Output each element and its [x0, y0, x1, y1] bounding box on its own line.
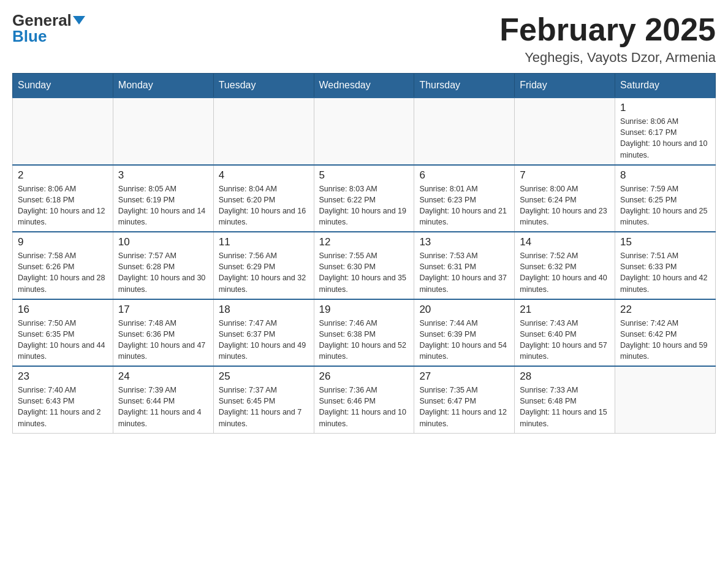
calendar-cell: 16Sunrise: 7:50 AMSunset: 6:35 PMDayligh… [13, 299, 113, 367]
calendar-cell: 13Sunrise: 7:53 AMSunset: 6:31 PMDayligh… [414, 232, 515, 299]
logo-general-text: General [12, 12, 85, 28]
calendar-cell: 3Sunrise: 8:05 AMSunset: 6:19 PMDaylight… [113, 165, 213, 232]
day-info: Sunrise: 8:00 AMSunset: 6:24 PMDaylight:… [520, 183, 610, 228]
day-number: 24 [118, 370, 208, 383]
day-number: 15 [620, 236, 710, 248]
calendar-cell: 7Sunrise: 8:00 AMSunset: 6:24 PMDaylight… [515, 165, 615, 232]
weekday-header-sunday: Sunday [13, 74, 113, 98]
weekday-header-monday: Monday [113, 74, 213, 98]
day-number: 5 [319, 169, 409, 182]
day-number: 20 [419, 304, 509, 316]
day-info: Sunrise: 7:53 AMSunset: 6:31 PMDaylight:… [419, 250, 509, 295]
calendar-cell [113, 98, 213, 165]
calendar-cell: 23Sunrise: 7:40 AMSunset: 6:43 PMDayligh… [13, 366, 113, 433]
calendar-cell [13, 98, 113, 165]
calendar-cell: 25Sunrise: 7:37 AMSunset: 6:45 PMDayligh… [213, 366, 314, 433]
month-title: February 2025 [499, 12, 716, 47]
week-row-2: 2Sunrise: 8:06 AMSunset: 6:18 PMDaylight… [13, 165, 716, 232]
day-info: Sunrise: 7:46 AMSunset: 6:38 PMDaylight:… [319, 318, 409, 362]
calendar-cell: 9Sunrise: 7:58 AMSunset: 6:26 PMDaylight… [13, 232, 113, 299]
week-row-4: 16Sunrise: 7:50 AMSunset: 6:35 PMDayligh… [13, 299, 716, 367]
week-row-5: 23Sunrise: 7:40 AMSunset: 6:43 PMDayligh… [13, 366, 716, 433]
day-info: Sunrise: 7:47 AMSunset: 6:37 PMDaylight:… [219, 318, 309, 362]
day-number: 18 [219, 304, 309, 316]
day-number: 17 [118, 304, 208, 316]
day-info: Sunrise: 7:56 AMSunset: 6:29 PMDaylight:… [219, 250, 309, 295]
day-info: Sunrise: 7:39 AMSunset: 6:44 PMDaylight:… [118, 385, 208, 429]
day-info: Sunrise: 8:03 AMSunset: 6:22 PMDaylight:… [319, 183, 409, 228]
day-info: Sunrise: 7:50 AMSunset: 6:35 PMDaylight:… [18, 318, 108, 362]
calendar-table: SundayMondayTuesdayWednesdayThursdayFrid… [12, 73, 716, 434]
day-info: Sunrise: 8:01 AMSunset: 6:23 PMDaylight:… [419, 183, 509, 228]
day-number: 14 [520, 236, 610, 248]
day-info: Sunrise: 8:04 AMSunset: 6:20 PMDaylight:… [219, 183, 309, 228]
weekday-header-tuesday: Tuesday [213, 74, 314, 98]
day-info: Sunrise: 7:35 AMSunset: 6:47 PMDaylight:… [419, 385, 509, 429]
week-row-3: 9Sunrise: 7:58 AMSunset: 6:26 PMDaylight… [13, 232, 716, 299]
day-number: 25 [219, 370, 309, 383]
day-info: Sunrise: 7:51 AMSunset: 6:33 PMDaylight:… [620, 250, 710, 295]
calendar-cell [414, 98, 515, 165]
day-number: 19 [319, 304, 409, 316]
calendar-cell: 12Sunrise: 7:55 AMSunset: 6:30 PMDayligh… [314, 232, 414, 299]
day-info: Sunrise: 7:59 AMSunset: 6:25 PMDaylight:… [620, 183, 710, 228]
calendar-cell [615, 366, 716, 433]
calendar-cell: 26Sunrise: 7:36 AMSunset: 6:46 PMDayligh… [314, 366, 414, 433]
day-number: 9 [18, 236, 108, 248]
calendar-cell: 28Sunrise: 7:33 AMSunset: 6:48 PMDayligh… [515, 366, 615, 433]
calendar-cell: 6Sunrise: 8:01 AMSunset: 6:23 PMDaylight… [414, 165, 515, 232]
calendar-cell [213, 98, 314, 165]
day-number: 2 [18, 169, 108, 182]
day-number: 23 [18, 370, 108, 383]
title-block: February 2025 Yeghegis, Vayots Dzor, Arm… [499, 12, 716, 66]
calendar-cell [314, 98, 414, 165]
weekday-header-row: SundayMondayTuesdayWednesdayThursdayFrid… [13, 74, 716, 98]
day-number: 7 [520, 169, 610, 182]
weekday-header-thursday: Thursday [414, 74, 515, 98]
page-header: General Blue February 2025 Yeghegis, Vay… [12, 12, 716, 66]
day-number: 1 [620, 102, 710, 114]
day-number: 6 [419, 169, 509, 182]
day-info: Sunrise: 8:06 AMSunset: 6:18 PMDaylight:… [18, 183, 108, 228]
day-number: 16 [18, 304, 108, 316]
day-number: 13 [419, 236, 509, 248]
day-info: Sunrise: 7:42 AMSunset: 6:42 PMDaylight:… [620, 318, 710, 362]
calendar-cell: 18Sunrise: 7:47 AMSunset: 6:37 PMDayligh… [213, 299, 314, 367]
calendar-cell: 1Sunrise: 8:06 AMSunset: 6:17 PMDaylight… [615, 98, 716, 165]
day-info: Sunrise: 7:44 AMSunset: 6:39 PMDaylight:… [419, 318, 509, 362]
weekday-header-wednesday: Wednesday [314, 74, 414, 98]
day-info: Sunrise: 7:52 AMSunset: 6:32 PMDaylight:… [520, 250, 610, 295]
logo: General Blue [12, 12, 85, 44]
calendar-cell: 27Sunrise: 7:35 AMSunset: 6:47 PMDayligh… [414, 366, 515, 433]
calendar-cell: 8Sunrise: 7:59 AMSunset: 6:25 PMDaylight… [615, 165, 716, 232]
weekday-header-saturday: Saturday [615, 74, 716, 98]
day-number: 3 [118, 169, 208, 182]
location-title: Yeghegis, Vayots Dzor, Armenia [499, 50, 716, 66]
calendar-cell: 10Sunrise: 7:57 AMSunset: 6:28 PMDayligh… [113, 232, 213, 299]
weekday-header-friday: Friday [515, 74, 615, 98]
calendar-cell: 11Sunrise: 7:56 AMSunset: 6:29 PMDayligh… [213, 232, 314, 299]
day-info: Sunrise: 7:37 AMSunset: 6:45 PMDaylight:… [219, 385, 309, 429]
calendar-cell: 4Sunrise: 8:04 AMSunset: 6:20 PMDaylight… [213, 165, 314, 232]
calendar-cell: 21Sunrise: 7:43 AMSunset: 6:40 PMDayligh… [515, 299, 615, 367]
calendar-cell: 19Sunrise: 7:46 AMSunset: 6:38 PMDayligh… [314, 299, 414, 367]
day-info: Sunrise: 7:57 AMSunset: 6:28 PMDaylight:… [118, 250, 208, 295]
day-number: 4 [219, 169, 309, 182]
calendar-cell: 24Sunrise: 7:39 AMSunset: 6:44 PMDayligh… [113, 366, 213, 433]
calendar-cell [515, 98, 615, 165]
day-number: 10 [118, 236, 208, 248]
day-number: 12 [319, 236, 409, 248]
calendar-cell: 14Sunrise: 7:52 AMSunset: 6:32 PMDayligh… [515, 232, 615, 299]
day-info: Sunrise: 8:06 AMSunset: 6:17 PMDaylight:… [620, 116, 710, 161]
day-info: Sunrise: 8:05 AMSunset: 6:19 PMDaylight:… [118, 183, 208, 228]
day-info: Sunrise: 7:48 AMSunset: 6:36 PMDaylight:… [118, 318, 208, 362]
day-number: 21 [520, 304, 610, 316]
calendar-cell: 17Sunrise: 7:48 AMSunset: 6:36 PMDayligh… [113, 299, 213, 367]
day-number: 22 [620, 304, 710, 316]
logo-arrow-icon [73, 16, 85, 25]
day-info: Sunrise: 7:58 AMSunset: 6:26 PMDaylight:… [18, 250, 108, 295]
week-row-1: 1Sunrise: 8:06 AMSunset: 6:17 PMDaylight… [13, 98, 716, 165]
calendar-cell: 20Sunrise: 7:44 AMSunset: 6:39 PMDayligh… [414, 299, 515, 367]
day-number: 27 [419, 370, 509, 383]
day-number: 8 [620, 169, 710, 182]
